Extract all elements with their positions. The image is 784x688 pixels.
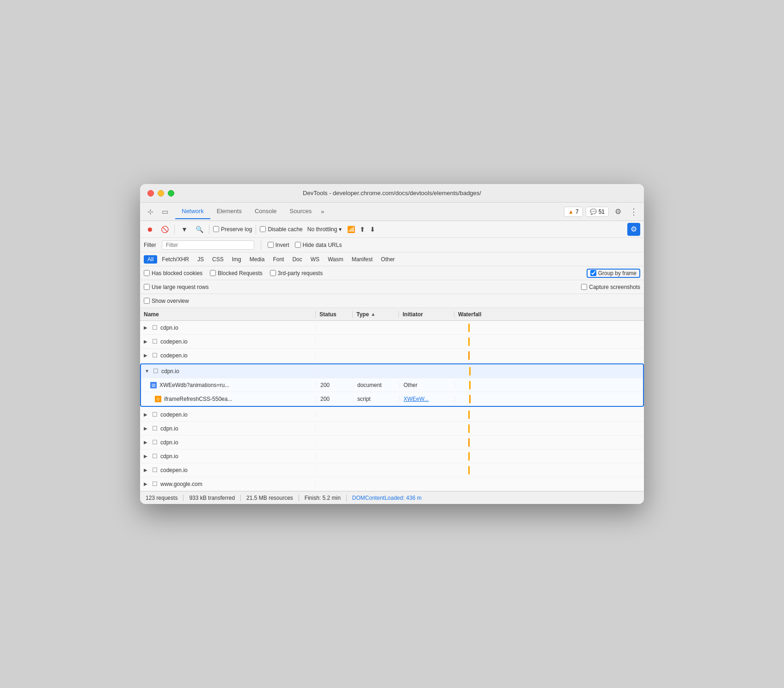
- type-doc[interactable]: Doc: [288, 255, 306, 264]
- folder-icon: ☐: [152, 324, 158, 331]
- tab-console[interactable]: Console: [248, 204, 283, 219]
- tab-sources[interactable]: Sources: [283, 204, 318, 219]
- type-ws[interactable]: WS: [307, 255, 323, 264]
- expand-icon[interactable]: ▶: [144, 325, 149, 330]
- has-blocked-cookies-input[interactable]: [144, 270, 150, 276]
- table-row[interactable]: ▶ ☐ cdpn.io: [140, 422, 644, 436]
- info-badge[interactable]: 💬 51: [586, 207, 609, 217]
- col-header-waterfall[interactable]: Waterfall: [454, 311, 644, 318]
- filter-button[interactable]: ▼: [178, 223, 190, 235]
- row-name-text: cdpn.io: [160, 453, 178, 460]
- third-party-label: 3rd-party requests: [278, 270, 323, 276]
- group-by-frame-input[interactable]: [590, 270, 596, 276]
- expand-icon[interactable]: ▶: [144, 481, 149, 486]
- large-rows-checkbox[interactable]: Use large request rows: [144, 284, 208, 290]
- expand-icon[interactable]: ▶: [144, 467, 149, 473]
- maximize-button[interactable]: [168, 190, 174, 197]
- type-media[interactable]: Media: [246, 255, 269, 264]
- col-header-initiator[interactable]: Initiator: [399, 311, 454, 318]
- row-initiator[interactable]: XWEeW...: [400, 396, 455, 402]
- col-header-type[interactable]: Type ▲: [353, 311, 399, 318]
- show-overview-checkbox[interactable]: Show overview: [144, 298, 189, 304]
- third-party-checkbox[interactable]: 3rd-party requests: [270, 270, 323, 276]
- large-rows-input[interactable]: [144, 284, 150, 290]
- tab-elements[interactable]: Elements: [210, 204, 248, 219]
- expand-icon[interactable]: ▶: [144, 454, 149, 459]
- expand-icon[interactable]: ▶: [144, 412, 149, 417]
- col-header-name[interactable]: Name: [140, 311, 316, 318]
- close-button[interactable]: [147, 190, 154, 197]
- show-overview-input[interactable]: [144, 298, 150, 304]
- table-row[interactable]: ▶ ☐ cdpn.io: [140, 436, 644, 449]
- preserve-log-input[interactable]: [213, 226, 219, 232]
- row-name-cell: ▤ XWEeWdb?animations=ru...: [141, 382, 317, 388]
- minimize-button[interactable]: [158, 190, 164, 197]
- invert-input[interactable]: [268, 242, 274, 248]
- blocked-requests-input[interactable]: [210, 270, 216, 276]
- invert-checkbox[interactable]: Invert: [268, 242, 289, 248]
- row-waterfall: [454, 477, 644, 491]
- table-row[interactable]: ⊙ iframeRefreshCSS-550ea... 200 script X…: [141, 392, 643, 406]
- table-body: ▶ ☐ cdpn.io ▶ ☐ codepen.io: [140, 321, 644, 491]
- type-manifest[interactable]: Manifest: [348, 255, 376, 264]
- has-blocked-cookies-checkbox[interactable]: Has blocked cookies: [144, 270, 202, 276]
- tab-network[interactable]: Network: [175, 204, 210, 219]
- throttle-select[interactable]: No throttling ▾: [306, 225, 344, 233]
- warning-badge[interactable]: ▲ 7: [564, 207, 583, 217]
- clear-button[interactable]: 🚫: [159, 223, 171, 235]
- download-icon[interactable]: ⬇: [369, 225, 376, 234]
- device-icon[interactable]: ▭: [159, 205, 172, 218]
- table-row[interactable]: ▶ ☐ codepen.io: [140, 349, 644, 362]
- has-blocked-cookies-label: Has blocked cookies: [152, 270, 202, 276]
- row-waterfall: [455, 378, 643, 392]
- table-row[interactable]: ▶ ☐ cdpn.io: [140, 449, 644, 463]
- expand-icon[interactable]: ▶: [144, 339, 149, 344]
- cursor-icon[interactable]: ⊹: [144, 205, 157, 218]
- settings-button[interactable]: ⚙: [612, 205, 625, 218]
- table-row[interactable]: ▶ ☐ codepen.io: [140, 335, 644, 349]
- network-toolbar: ⏺ 🚫 ▼ 🔍 Preserve log Disable cache No th…: [140, 221, 644, 238]
- filter-input[interactable]: [162, 240, 254, 250]
- table-row[interactable]: ▶ ☐ codepen.io: [140, 463, 644, 477]
- type-other[interactable]: Other: [377, 255, 398, 264]
- table-row[interactable]: ▤ XWEeWdb?animations=ru... 200 document …: [141, 378, 643, 392]
- type-fetch-xhr[interactable]: Fetch/XHR: [158, 255, 193, 264]
- type-wasm[interactable]: Wasm: [324, 255, 347, 264]
- capture-screenshots-checkbox[interactable]: Capture screenshots: [581, 284, 640, 290]
- more-options-button[interactable]: ⋮: [627, 205, 640, 218]
- type-js[interactable]: JS: [194, 255, 208, 264]
- disable-cache-checkbox[interactable]: Disable cache: [260, 226, 302, 233]
- record-button[interactable]: ⏺: [144, 223, 156, 235]
- folder-icon: ☐: [152, 480, 158, 487]
- expand-icon[interactable]: ▶: [144, 426, 149, 431]
- blocked-requests-checkbox[interactable]: Blocked Requests: [210, 270, 263, 276]
- expand-icon[interactable]: ▶: [144, 440, 149, 445]
- table-row[interactable]: ▶ ☐ cdpn.io: [140, 321, 644, 335]
- tabs-more[interactable]: »: [318, 204, 327, 219]
- third-party-input[interactable]: [270, 270, 276, 276]
- type-font[interactable]: Font: [269, 255, 288, 264]
- table-row[interactable]: ▼ ☐ cdpn.io: [141, 364, 643, 378]
- network-settings-button[interactable]: ⚙: [627, 223, 640, 236]
- table-row[interactable]: ▶ ☐ codepen.io: [140, 408, 644, 422]
- expand-icon[interactable]: ▼: [145, 369, 150, 374]
- folder-icon: ☐: [152, 467, 158, 473]
- col-header-status[interactable]: Status: [316, 311, 353, 318]
- capture-screenshots-input[interactable]: [581, 284, 587, 290]
- hide-data-urls-checkbox[interactable]: Hide data URLs: [295, 242, 342, 248]
- upload-icon[interactable]: ⬆: [359, 225, 366, 234]
- row-name-cell: ▶ ☐ cdpn.io: [140, 439, 316, 446]
- warning-icon: ▲: [568, 209, 574, 215]
- expand-icon[interactable]: ▶: [144, 353, 149, 358]
- search-button[interactable]: 🔍: [193, 223, 205, 235]
- disable-cache-input[interactable]: [260, 226, 266, 232]
- hide-data-urls-input[interactable]: [295, 242, 301, 248]
- wifi-icon: 📶: [346, 225, 356, 234]
- group-by-frame-checkbox[interactable]: Group by frame: [590, 270, 637, 276]
- preserve-log-checkbox[interactable]: Preserve log: [213, 226, 252, 233]
- type-all[interactable]: All: [144, 255, 157, 264]
- devtools-tabbar: ⊹ ▭ Network Elements Console Sources » ▲…: [140, 203, 644, 221]
- type-css[interactable]: CSS: [208, 255, 227, 264]
- type-img[interactable]: Img: [228, 255, 245, 264]
- table-row[interactable]: ▶ ☐ www.google.com: [140, 477, 644, 491]
